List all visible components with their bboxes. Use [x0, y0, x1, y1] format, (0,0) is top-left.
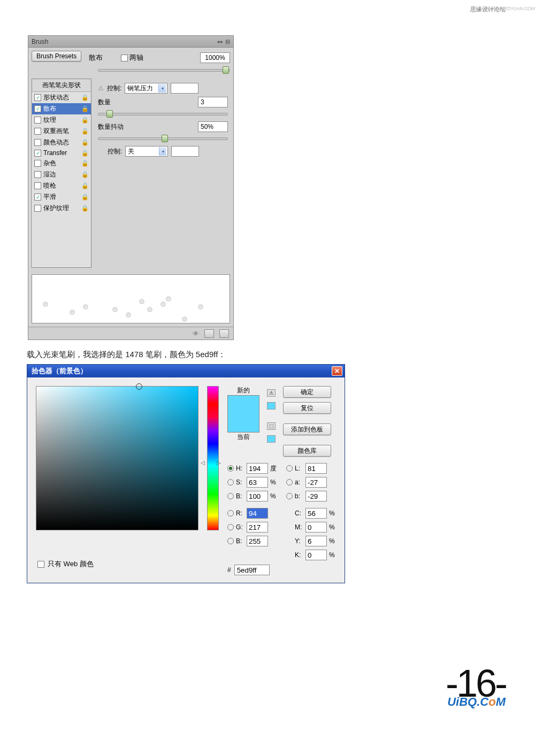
checkbox-icon[interactable]	[34, 117, 41, 124]
checkbox-icon[interactable]	[34, 205, 41, 212]
toggle-icon[interactable]: 👁	[193, 330, 199, 337]
control1-select[interactable]: 钢笔压力▾	[125, 83, 167, 94]
cancel-button[interactable]: 复位	[283, 402, 331, 414]
hue-marker[interactable]: ◁▷	[201, 460, 221, 466]
radio-r[interactable]	[227, 510, 234, 516]
checkbox-icon[interactable]	[34, 171, 41, 178]
color-values: H:度 L: S:% a: B:% b: R: C:% G: M:% B: Y:…	[227, 463, 338, 560]
radio-l[interactable]	[286, 465, 293, 472]
brand-logo: UiBQ.CoM	[447, 695, 506, 709]
lock-icon[interactable]: 🔒	[81, 182, 89, 189]
control1-value-input[interactable]	[171, 83, 198, 94]
lock-icon[interactable]: 🔒	[81, 150, 89, 157]
web-only-checkbox[interactable]	[37, 561, 44, 568]
count-slider-track[interactable]	[98, 113, 228, 115]
menu-icon[interactable]: ▤	[225, 38, 230, 44]
sidebar-item-wet-edges[interactable]: 湿边🔒	[32, 169, 91, 180]
b2-input[interactable]	[305, 491, 327, 502]
lock-icon[interactable]: 🔒	[81, 94, 89, 101]
trash-icon[interactable]	[219, 329, 229, 338]
sidebar-item-transfer[interactable]: ✓Transfer🔒	[32, 148, 91, 158]
lock-icon[interactable]: 🔒	[81, 128, 89, 135]
sidebar-item-smoothing[interactable]: ✓平滑🔒	[32, 191, 91, 203]
cube-icon[interactable]: ⬚	[267, 422, 276, 430]
sidebar-item-texture[interactable]: 纹理🔒	[32, 114, 91, 126]
radio-h[interactable]	[227, 465, 234, 472]
scatter-slider-thumb[interactable]	[223, 66, 229, 74]
sidebar-item-shape-dynamics[interactable]: ✓形状动态🔒	[32, 92, 91, 103]
sidebar-item-noise[interactable]: 杂色🔒	[32, 158, 91, 169]
radio-a[interactable]	[286, 479, 293, 485]
scatter-slider-track[interactable]	[98, 69, 230, 72]
lock-icon[interactable]: 🔒	[81, 139, 89, 146]
bv-input[interactable]	[247, 536, 268, 546]
websafe-2-icon[interactable]	[267, 435, 276, 443]
lock-icon[interactable]: 🔒	[81, 171, 89, 178]
close-icon[interactable]: ✕	[332, 366, 342, 376]
control2-value-input[interactable]	[171, 146, 199, 157]
sidebar-item-scattering[interactable]: ✓散布🔒	[32, 103, 91, 114]
c-input[interactable]	[305, 508, 327, 519]
ok-button[interactable]: 确定	[283, 386, 331, 398]
warning-icon[interactable]: ⚠	[267, 389, 276, 397]
a-input[interactable]	[305, 477, 327, 488]
saturation-field[interactable]	[36, 386, 198, 530]
new-label: 新的	[227, 386, 259, 395]
lock-icon[interactable]: 🔒	[81, 117, 89, 124]
b1-input[interactable]	[247, 491, 268, 502]
checkbox-icon[interactable]	[34, 182, 41, 189]
new-preset-icon[interactable]	[204, 329, 214, 338]
checkbox-icon[interactable]: ✓	[34, 105, 41, 112]
jitter-slider-thumb[interactable]	[162, 135, 168, 142]
lock-icon[interactable]: 🔒	[81, 194, 89, 200]
radio-s[interactable]	[227, 479, 234, 485]
checkbox-icon[interactable]: ✓	[34, 194, 41, 200]
collapse-icon[interactable]: ▸▸	[218, 38, 223, 44]
y-input[interactable]	[305, 536, 327, 546]
hex-input[interactable]	[234, 565, 270, 575]
jitter-input[interactable]	[198, 121, 228, 132]
radio-b2[interactable]	[286, 493, 293, 499]
checkbox-icon[interactable]: ✓	[34, 150, 41, 157]
brush-preview	[32, 274, 230, 323]
checkbox-icon[interactable]	[34, 160, 41, 167]
lock-icon[interactable]: 🔒	[81, 205, 89, 212]
g-input[interactable]	[247, 522, 268, 533]
count-slider-thumb[interactable]	[106, 110, 113, 118]
websafe-icon[interactable]	[267, 402, 276, 410]
checkbox-icon[interactable]	[34, 139, 41, 146]
radio-bv[interactable]	[227, 538, 234, 544]
add-swatch-button[interactable]: 添加到色板	[283, 423, 331, 435]
current-color-swatch[interactable]	[228, 414, 259, 432]
web-only-row[interactable]: 只有 Web 颜色	[37, 559, 94, 569]
color-marker[interactable]	[136, 383, 142, 390]
hue-slider[interactable]	[207, 386, 219, 530]
brush-tip-shape[interactable]: 画笔笔尖形状	[32, 79, 91, 92]
scatter-value-input[interactable]	[200, 52, 230, 63]
sidebar-item-protect-texture[interactable]: 保护纹理🔒	[32, 203, 91, 214]
m-input[interactable]	[305, 522, 327, 533]
r-input[interactable]	[247, 508, 268, 519]
count-input[interactable]	[198, 97, 228, 107]
checkbox-icon[interactable]: ✓	[34, 94, 41, 101]
control2-select[interactable]: 关▾	[125, 146, 168, 157]
color-picker-titlebar[interactable]: 拾色器（前景色） ✕	[27, 365, 345, 377]
h-input[interactable]	[247, 463, 268, 474]
checkbox-icon[interactable]	[34, 128, 41, 135]
lock-icon[interactable]: 🔒	[81, 160, 89, 167]
sidebar-item-dual-brush[interactable]: 双重画笔🔒	[32, 126, 91, 137]
radio-g[interactable]	[227, 524, 234, 530]
radio-b1[interactable]	[227, 493, 234, 499]
control2-label: 控制:	[108, 147, 122, 156]
color-libraries-button[interactable]: 颜色库	[283, 445, 331, 457]
both-axes-checkbox[interactable]	[121, 55, 128, 61]
brush-presets-button[interactable]: Brush Presets	[32, 51, 81, 61]
lock-icon[interactable]: 🔒	[81, 105, 89, 112]
s-input[interactable]	[247, 477, 268, 488]
sidebar-item-airbrush[interactable]: 喷枪🔒	[32, 180, 91, 191]
count-label: 数量	[98, 98, 130, 107]
color-swatch	[227, 395, 259, 433]
k-input[interactable]	[305, 550, 327, 560]
sidebar-item-color-dynamics[interactable]: 颜色动态🔒	[32, 137, 91, 148]
l-input[interactable]	[305, 463, 327, 474]
